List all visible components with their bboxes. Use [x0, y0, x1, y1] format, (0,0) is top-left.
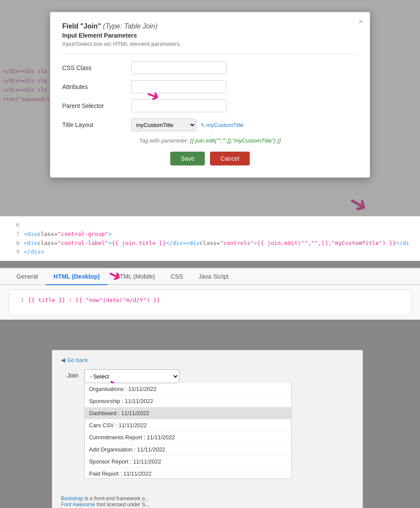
tab-content: ➜ 1 {{ title }} : {{ "now"|date("m/d/Y")…	[9, 289, 411, 315]
modal-overlay: × Field "Join" (Type: Table Join) Input …	[0, 0, 420, 216]
parent-selector-label: Parent Selector	[62, 102, 131, 109]
go-back-label: Go back	[67, 357, 88, 363]
attributes-input[interactable]	[131, 80, 226, 93]
dropdown-item-cars-csv[interactable]: Cars CSV : 11/11/2022	[85, 419, 291, 432]
tag-param-prefix: Tag with parameter:	[139, 137, 188, 144]
dropdown-item-dashboard[interactable]: Dashboard : 11/11/2022	[85, 407, 291, 419]
css-class-row: CSS Class	[62, 61, 358, 74]
dropdown-scroll[interactable]: Organisations : 11/11/2022 Sponsorship :…	[85, 383, 291, 478]
dropdown-list: Organisations : 11/11/2022 Sponsorship :…	[84, 383, 292, 479]
join-select-container: - Select Organisations : 11/11/2022 Spon…	[84, 369, 354, 383]
modal-desc: Input/Select box etc HTML element parame…	[62, 41, 358, 47]
modal-title: Field "Join" (Type: Table Join)	[62, 22, 358, 30]
code-line-6: 6	[9, 221, 420, 230]
code-line-8: 8 <div class="control-label">{{ join.tit…	[9, 239, 420, 248]
dropdown-item-add-org[interactable]: Add Organisation : 11/11/2022	[85, 444, 291, 456]
title-layout-label: Title Layout	[62, 121, 131, 128]
join-row: Join - Select Organisations : 11/11/2022…	[61, 369, 354, 383]
modal-type: (Type: Table Join)	[103, 22, 157, 30]
modal-dialog: × Field "Join" (Type: Table Join) Input …	[50, 12, 370, 178]
button-row: Save Cancel	[62, 152, 358, 165]
back-arrow-icon: ◀	[61, 357, 65, 363]
bottom-panel: ◀ Go back Join - Select Organisations : …	[52, 350, 363, 508]
dropdown-item-commitments[interactable]: Commitments Report : 11/11/2022	[85, 432, 291, 444]
bootstrap-text: is a front-end framework o...	[85, 495, 149, 502]
bottom-footnote: Bootstrap is a front-end framework o... …	[61, 495, 354, 508]
tab-html-desktop[interactable]: HTML (Desktop)	[46, 269, 108, 285]
tag-param-code: {{ join.edit("","",[],"myCustomTitle") }…	[190, 137, 281, 144]
cancel-button[interactable]: Cancel	[210, 152, 250, 165]
dropdown-item-paid-report[interactable]: Paid Report : 11/11/2022	[85, 468, 291, 478]
modal-subtitle: Input Element Parameters	[62, 32, 358, 39]
css-class-input[interactable]	[131, 61, 226, 74]
modal-divider	[62, 54, 358, 54]
bootstrap-link[interactable]: Bootstrap	[61, 495, 83, 502]
title-layout-select[interactable]: myCustomTitle	[131, 118, 196, 131]
join-select[interactable]: - Select	[84, 369, 179, 383]
go-back-link[interactable]: ◀ Go back	[61, 357, 88, 363]
modal-close-button[interactable]: ×	[358, 17, 363, 26]
join-label: Join	[61, 369, 78, 379]
dropdown-item-sponsor-report[interactable]: Sponsor Report : 11/11/2022	[85, 456, 291, 468]
code-section: 6 7 <div class="control-group"> 8 <div c…	[0, 216, 420, 261]
tab-code-line-1: 1 {{ title }} : {{ "now"|date("m/d/Y") }…	[15, 296, 405, 305]
attributes-row: Attributes	[62, 80, 358, 93]
font-awesome-link[interactable]: Font Awesome	[61, 502, 95, 508]
tab-javascript[interactable]: Java Script	[191, 269, 236, 285]
css-class-label: CSS Class	[62, 64, 131, 71]
title-layout-row: Title Layout myCustomTitle myCustomTitle	[62, 118, 358, 131]
font-awesome-text: font licensed under S...	[97, 502, 150, 508]
tabs-nav: General HTML (Desktop) HTML (Mobile) CSS…	[0, 269, 420, 285]
code-line-9: 9 </div>	[9, 248, 420, 257]
dropdown-item-organisations[interactable]: Organisations : 11/11/2022	[85, 383, 291, 395]
title-layout-link[interactable]: myCustomTitle	[200, 122, 244, 128]
tab-css[interactable]: CSS	[163, 269, 191, 285]
tabs-section: General HTML (Desktop) HTML (Mobile) CSS…	[0, 268, 420, 320]
save-button[interactable]: Save	[170, 152, 205, 165]
dropdown-item-sponsorship[interactable]: Sponsorship : 11/11/2022	[85, 395, 291, 407]
tab-general[interactable]: General	[9, 269, 46, 285]
code-line-7: 7 <div class="control-group">	[9, 230, 420, 239]
attributes-label: Attributes	[62, 83, 131, 90]
tag-param-row: Tag with parameter: {{ join.edit("","",[…	[62, 137, 358, 144]
parent-selector-row: Parent Selector ➜	[62, 99, 358, 112]
